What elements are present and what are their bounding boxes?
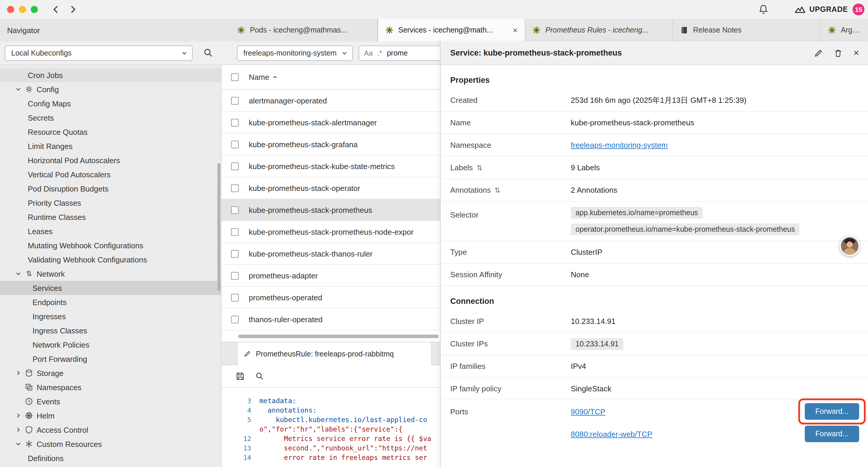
column-header-name[interactable]: Name [249, 73, 277, 82]
sidebar-item-custom-resources[interactable]: Custom Resources [0, 437, 221, 451]
notification-count-badge[interactable]: 15 [852, 4, 864, 16]
sidebar-item-config-maps[interactable]: Config Maps [0, 96, 221, 111]
service-detail-panel: Service: kube-prometheus-stack-prometheu… [440, 41, 868, 467]
kubeconfig-select[interactable]: Local Kubeconfigs [5, 46, 193, 61]
yaml-editor[interactable]: 3metadata: 4 annotations: 5 kubectl.kube… [222, 388, 440, 467]
sidebar-item-runtime-classes[interactable]: Runtime Classes [0, 210, 221, 224]
sidebar-item-label: Access Control [37, 425, 88, 434]
table-row[interactable]: kube-prometheus-stack-prometheus-node-ex… [222, 221, 440, 243]
forward-button-9090[interactable]: Forward... [805, 403, 859, 420]
window-zoom-button[interactable] [31, 6, 38, 13]
sidebar-item-pod-disruption-budgets[interactable]: Pod Disruption Budgets [0, 181, 221, 196]
sidebar-item-definitions[interactable]: Definitions [0, 451, 221, 465]
sidebar-search-icon[interactable] [203, 48, 213, 58]
row-value: ClusterIP [571, 248, 859, 257]
port-link-8080[interactable]: 8080:reloader-web/TCP [571, 430, 652, 438]
window-minimize-button[interactable] [19, 6, 26, 13]
sidebar-item-leases[interactable]: Leases [0, 224, 221, 238]
dock-tab-prometheusrule[interactable]: PrometheusRule: freeleaps-prod-rabbitmq [237, 342, 432, 365]
row-label: Selector [450, 210, 478, 219]
sidebar-item-horizontal-pod-autoscalers[interactable]: Horizontal Pod Autoscalers [0, 153, 221, 167]
table-row[interactable]: prometheus-operated [222, 287, 440, 309]
table-row[interactable]: kube-prometheus-stack-operator [222, 177, 440, 199]
tab-pods[interactable]: Pods - icecheng@mathmas... [230, 19, 378, 41]
select-all-checkbox[interactable] [231, 73, 239, 81]
table-row[interactable]: kube-prometheus-stack-thanos-ruler [222, 243, 440, 265]
sidebar-item-services[interactable]: Services [0, 281, 221, 295]
sidebar-item-limit-ranges[interactable]: Limit Ranges [0, 139, 221, 153]
forward-icon[interactable] [68, 5, 78, 14]
namespace-link[interactable]: freeleaps-monitoring-system [571, 141, 668, 150]
tab-argo[interactable]: Argo S [821, 19, 868, 41]
expand-sort-icon[interactable]: ⇅ [476, 164, 483, 172]
sidebar-item-events[interactable]: Events [0, 394, 221, 408]
tab-prometheus-rules[interactable]: Prometheus Rules - icecheng... [525, 19, 673, 41]
sidebar-item-ingresses[interactable]: Ingresses [0, 309, 221, 323]
sidebar-item-namespaces[interactable]: Namespaces [0, 380, 221, 394]
sidebar-item-access-control[interactable]: Access Control [0, 423, 221, 437]
sidebar-item-resource-quotas[interactable]: Resource Quotas [0, 125, 221, 139]
horizontal-scrollbar[interactable] [238, 334, 438, 338]
sidebar-scrollbar[interactable] [217, 163, 220, 291]
sidebar-item-mutating-webhook-configurations[interactable]: Mutating Webhook Configurations [0, 238, 221, 253]
row-checkbox[interactable] [231, 228, 239, 236]
editor-search-icon[interactable] [255, 372, 264, 381]
row-checkbox[interactable] [231, 206, 239, 214]
port-link-9090[interactable]: 9090/TCP [571, 407, 606, 416]
table-row[interactable]: alertmanager-operated [222, 90, 440, 112]
expand-sort-icon[interactable]: ⇅ [494, 186, 500, 194]
notifications-bell-icon[interactable] [758, 4, 769, 15]
sidebar-item-vertical-pod-autoscalers[interactable]: Vertical Pod Autoscalers [0, 167, 221, 181]
sidebar-item-secrets[interactable]: Secrets [0, 111, 221, 125]
table-row[interactable]: prometheus-adapter [222, 265, 440, 287]
row-checkbox[interactable] [231, 97, 239, 104]
sidebar-item-cron-jobs[interactable]: Cron Jobs [0, 68, 221, 82]
close-icon[interactable]: × [853, 47, 859, 59]
table-row[interactable]: thanos-ruler-operated [222, 309, 440, 330]
namespace-select[interactable]: freeleaps-monitoring-system [237, 46, 353, 61]
tab-release-notes[interactable]: Release Notes [673, 19, 821, 41]
match-case-toggle[interactable]: Aa [364, 49, 373, 57]
forward-button-8080[interactable]: Forward... [805, 426, 859, 442]
row-checkbox[interactable] [231, 293, 239, 301]
trash-icon[interactable] [834, 48, 843, 58]
shield-icon [25, 426, 33, 434]
sidebar-item-ingress-classes[interactable]: Ingress Classes [0, 323, 221, 338]
section-title-connection: Connection [441, 286, 868, 310]
tab-services[interactable]: Services - icecheng@math... × [378, 19, 525, 41]
save-icon[interactable] [236, 372, 245, 381]
dock-tab-partial[interactable] [434, 342, 440, 365]
edit-pencil-icon[interactable] [814, 48, 823, 58]
regex-toggle[interactable]: .* [377, 49, 382, 57]
sidebar-item-label: Limit Ranges [28, 142, 73, 150]
table-row[interactable]: kube-prometheus-stack-alertmanager [222, 112, 440, 134]
tab-close-icon[interactable]: × [512, 25, 519, 35]
sidebar-item-endpoints[interactable]: Endpoints [0, 295, 221, 309]
sidebar-item-priority-classes[interactable]: Priority Classes [0, 196, 221, 210]
sidebar-item-label: Horizontal Pod Autoscalers [28, 156, 120, 165]
row-checkbox[interactable] [231, 162, 239, 170]
sidebar-item-storage[interactable]: Storage [0, 366, 221, 380]
row-checkbox[interactable] [231, 119, 239, 126]
upgrade-button[interactable]: UPGRADE [794, 0, 848, 19]
service-name: kube-prometheus-stack-prometheus [249, 205, 372, 214]
table-row[interactable]: kube-prometheus-stack-kube-state-metrics [222, 155, 440, 177]
table-row-selected[interactable]: kube-prometheus-stack-prometheus [222, 199, 440, 221]
window-close-button[interactable] [7, 6, 14, 13]
sidebar-item-config[interactable]: Config [0, 82, 221, 96]
sidebar-item-port-forwarding[interactable]: Port Forwarding [0, 352, 221, 366]
sidebar-item-helm[interactable]: Helm [0, 408, 221, 423]
sidebar-item-label: Cron Jobs [28, 71, 63, 80]
upgrade-icon [794, 5, 806, 13]
back-icon[interactable] [51, 5, 60, 14]
sidebar-item-network-policies[interactable]: Network Policies [0, 338, 221, 352]
row-checkbox[interactable] [231, 250, 239, 258]
table-row[interactable]: kube-prometheus-stack-grafana [222, 134, 440, 155]
row-checkbox[interactable] [231, 184, 239, 192]
sidebar-item-network[interactable]: ⇅ Network [0, 267, 221, 281]
sidebar-item-validating-webhook-configurations[interactable]: Validating Webhook Configurations [0, 253, 221, 267]
row-checkbox[interactable] [231, 272, 239, 279]
row-checkbox[interactable] [231, 140, 239, 148]
user-avatar[interactable] [840, 236, 860, 256]
row-checkbox[interactable] [231, 315, 239, 323]
